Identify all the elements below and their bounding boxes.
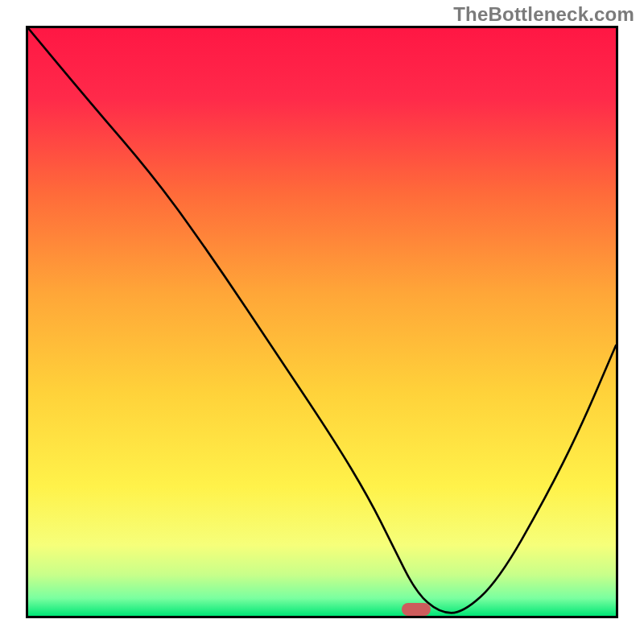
watermark-text: TheBottleneck.com <box>453 3 634 26</box>
chart-container: TheBottleneck.com <box>0 0 644 644</box>
plot-area <box>26 26 618 618</box>
gradient-background <box>28 28 616 616</box>
optimal-marker <box>402 603 431 616</box>
